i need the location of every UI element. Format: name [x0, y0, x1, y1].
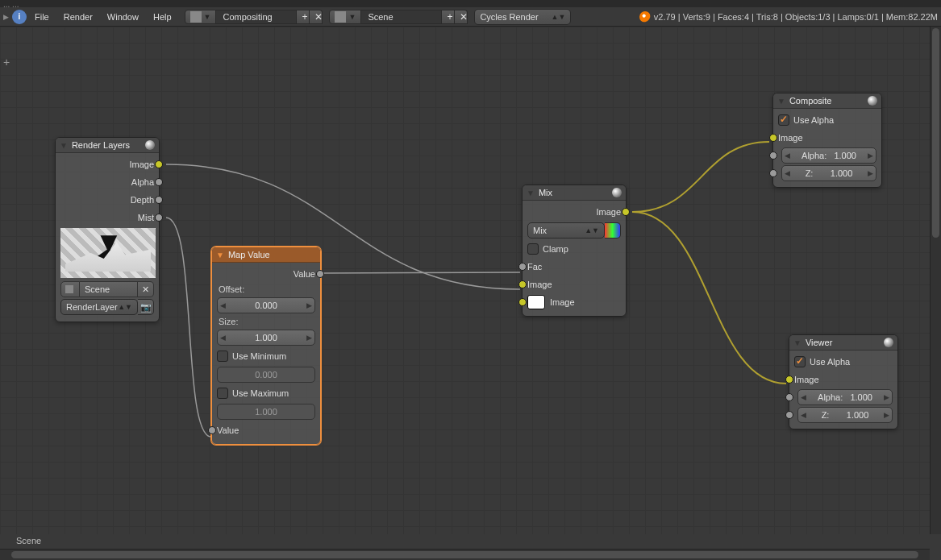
socket-mist-out[interactable] — [155, 214, 163, 222]
socket-value-out[interactable] — [316, 270, 324, 278]
dec-icon[interactable]: ◀ — [220, 334, 226, 342]
dropdown-icon: ▲▼ — [552, 13, 566, 21]
dec-icon[interactable]: ◀ — [220, 301, 226, 309]
color-ramp-button[interactable] — [605, 222, 621, 239]
size-field[interactable]: ◀1.000▶ — [217, 330, 315, 346]
screen-delete-button[interactable]: ✕ — [310, 10, 323, 24]
min-field: 0.000 — [217, 367, 315, 383]
out-depth-label: Depth — [131, 195, 154, 205]
screen-browse-button[interactable]: ▼ — [185, 10, 217, 24]
render-engine-selector[interactable]: Cycles Render▲▼ — [474, 9, 571, 25]
node-preview-icon[interactable] — [612, 188, 622, 197]
node-preview-icon[interactable] — [884, 338, 893, 347]
out-alpha-label: Alpha — [131, 177, 154, 187]
info-editor-icon[interactable]: i — [12, 10, 27, 24]
scene-browse-button[interactable] — [60, 281, 80, 297]
in-image2-label: Image — [550, 297, 575, 307]
socket-z-in[interactable] — [785, 411, 793, 419]
expand-toolshelf-icon[interactable]: + — [3, 56, 10, 68]
scene-clear-button[interactable]: ✕ — [138, 281, 154, 297]
use-alpha-label: Use Alpha — [793, 115, 834, 125]
scene-name-field[interactable]: Scene — [80, 281, 138, 297]
main-menu-bar: ▶ i File Render Window Help ▼ Compositin… — [0, 7, 941, 27]
inc-icon[interactable]: ▶ — [306, 301, 312, 309]
inc-icon[interactable]: ▶ — [884, 393, 889, 401]
socket-z-in[interactable] — [769, 169, 777, 177]
socket-depth-out[interactable] — [155, 196, 163, 204]
z-field[interactable]: ◀Z: 1.000▶ — [781, 165, 876, 181]
socket-image-in[interactable] — [785, 375, 793, 384]
node-composite[interactable]: ▼ Composite Use Alpha Image ◀Alpha: 1.00… — [772, 93, 882, 188]
z-field[interactable]: ◀Z: 1.000▶ — [797, 407, 893, 423]
menu-render[interactable]: Render — [57, 10, 99, 24]
scene-name-field[interactable]: Scene — [361, 10, 442, 24]
use-alpha-checkbox[interactable] — [794, 356, 806, 367]
screen-icon — [190, 11, 202, 23]
node-render-layers[interactable]: ▼ Render Layers Image Alpha Depth Mist S… — [55, 137, 160, 322]
collapse-icon[interactable]: ▼ — [777, 97, 785, 106]
node-mix[interactable]: ▼ Mix Image Mix▲▼ Clamp Fac Image Image — [522, 185, 627, 317]
alpha-field[interactable]: ◀Alpha: 1.000▶ — [797, 389, 893, 405]
socket-value-in[interactable] — [208, 426, 216, 434]
collapse-icon[interactable]: ▼ — [527, 189, 535, 197]
dec-icon[interactable]: ◀ — [801, 393, 806, 401]
dec-icon[interactable]: ◀ — [801, 411, 806, 419]
collapse-icon[interactable]: ▼ — [793, 338, 802, 347]
menu-file[interactable]: File — [28, 10, 56, 24]
node-header[interactable]: ▼ Viewer — [789, 335, 897, 351]
render-single-layer-button[interactable]: 📷 — [138, 299, 154, 315]
blend-mode-select[interactable]: Mix▲▼ — [527, 222, 605, 239]
in-fac-label: Fac — [527, 262, 542, 272]
socket-alpha-in[interactable] — [769, 151, 777, 160]
screen-add-button[interactable]: + — [297, 10, 310, 24]
vertical-scrollbar[interactable] — [930, 27, 941, 534]
collapse-icon[interactable]: ▼ — [216, 251, 224, 259]
dropdown-icon: ▲▼ — [585, 226, 599, 234]
socket-alpha-in[interactable] — [785, 393, 793, 401]
socket-image-out[interactable] — [622, 208, 630, 216]
node-map-value[interactable]: ▼ Map Value Value Offset: ◀0.000▶ Size: … — [211, 247, 321, 445]
socket-image-in[interactable] — [769, 134, 777, 142]
node-header[interactable]: ▼ Map Value — [212, 247, 320, 263]
screen-name-field[interactable]: Compositing — [216, 10, 297, 24]
socket-fac-in[interactable] — [518, 263, 527, 271]
scene-add-button[interactable]: + — [442, 10, 455, 24]
inc-icon[interactable]: ▶ — [868, 169, 873, 177]
socket-image2-in[interactable] — [518, 298, 527, 306]
node-header[interactable]: ▼ Render Layers — [56, 138, 159, 153]
color-swatch[interactable] — [527, 295, 545, 309]
node-title: Map Value — [228, 250, 316, 259]
clamp-checkbox[interactable] — [527, 243, 539, 255]
collapse-icon[interactable]: ▼ — [60, 141, 68, 150]
max-field: 1.000 — [217, 404, 315, 420]
use-min-checkbox[interactable] — [217, 351, 228, 362]
node-editor-canvas[interactable]: + ▼ Render Layers Image Alpha Depth Mist… — [0, 27, 930, 534]
menu-window[interactable]: Window — [101, 10, 145, 24]
menu-help[interactable]: Help — [147, 10, 178, 24]
dec-icon[interactable]: ◀ — [785, 169, 790, 177]
dec-icon[interactable]: ◀ — [785, 151, 790, 160]
node-header[interactable]: ▼ Composite — [773, 93, 881, 109]
in-value-label: Value — [217, 425, 239, 435]
use-max-checkbox[interactable] — [217, 388, 228, 399]
scene-icon — [65, 285, 73, 293]
socket-alpha-out[interactable] — [155, 178, 163, 186]
alpha-field[interactable]: ◀Alpha: 1.000▶ — [781, 147, 876, 164]
use-max-label: Use Maximum — [232, 388, 289, 398]
horizontal-scrollbar[interactable] — [0, 549, 930, 560]
offset-field[interactable]: ◀0.000▶ — [217, 297, 315, 313]
scene-browse-button[interactable]: ▼ — [329, 10, 361, 24]
inc-icon[interactable]: ▶ — [868, 151, 873, 160]
node-header[interactable]: ▼ Mix — [523, 185, 626, 201]
render-layer-select[interactable]: RenderLayer▲▼ — [60, 299, 138, 315]
scene-delete-button[interactable]: ✕ — [455, 10, 468, 24]
collapse-menu-icon[interactable]: ▶ — [3, 13, 9, 21]
node-preview-icon[interactable] — [868, 96, 877, 106]
socket-image-out[interactable] — [155, 160, 163, 168]
inc-icon[interactable]: ▶ — [884, 411, 889, 419]
node-preview-icon[interactable] — [145, 140, 155, 150]
socket-image1-in[interactable] — [518, 280, 527, 288]
node-viewer[interactable]: ▼ Viewer Use Alpha Image ◀Alpha: 1.000▶ … — [789, 334, 898, 429]
use-alpha-checkbox[interactable] — [778, 114, 789, 126]
inc-icon[interactable]: ▶ — [306, 334, 312, 342]
